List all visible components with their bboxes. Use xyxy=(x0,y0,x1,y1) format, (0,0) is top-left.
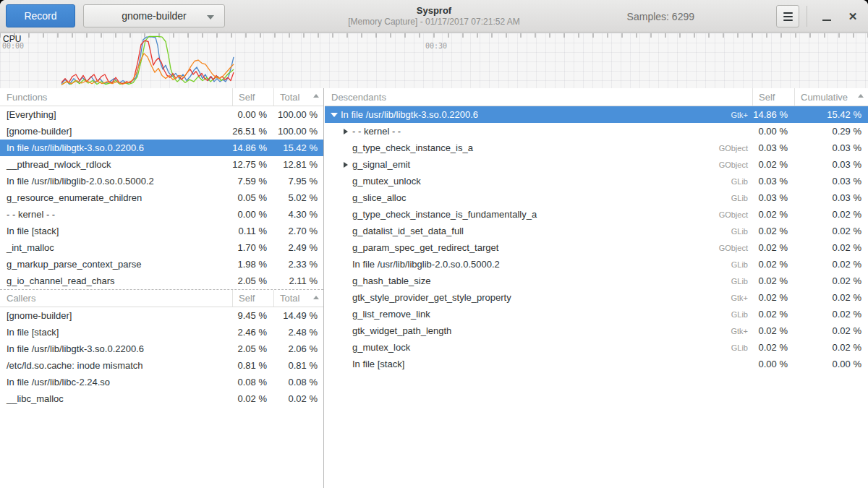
descendant-name: g_signal_emit xyxy=(352,159,410,170)
functions-row[interactable]: g_io_channel_read_chars2.05 %2.11 % xyxy=(0,273,323,289)
descendants-column-header[interactable]: Descendants xyxy=(325,92,752,103)
cpu-red-line xyxy=(61,40,234,84)
library-tag: Gtk+ xyxy=(731,294,752,302)
descendants-row[interactable]: - - kernel - -0.00 %0.29 % xyxy=(325,123,868,140)
callers-row[interactable]: In file /usr/lib/libc-2.24.so0.08 %0.08 … xyxy=(0,374,323,390)
descendants-header-row: Descendants Self Cumulative xyxy=(325,88,868,106)
functions-row[interactable]: - - kernel - -0.00 %4.30 % xyxy=(0,206,323,223)
descendants-row[interactable]: g_slice_allocGLib0.03 %0.03 % xyxy=(325,189,868,206)
descendants-row[interactable]: g_mutex_unlockGLib0.03 %0.03 % xyxy=(325,173,868,189)
self-percent: 0.02 % xyxy=(752,292,794,303)
self-percent: 0.11 % xyxy=(232,226,273,236)
cumulative-percent: 0.03 % xyxy=(794,159,868,170)
descendants-cumulative-column-header[interactable]: Cumulative xyxy=(794,88,868,106)
functions-row[interactable]: In file /usr/lib/libglib-2.0.so.0.5000.2… xyxy=(0,173,323,189)
total-percent: 5.02 % xyxy=(273,192,323,203)
function-name: [gnome-builder] xyxy=(0,310,232,321)
hamburger-menu-button[interactable] xyxy=(776,5,799,27)
record-button[interactable]: Record xyxy=(6,4,75,27)
close-button[interactable]: ✕ xyxy=(842,5,864,27)
expander-closed-icon[interactable] xyxy=(341,129,351,134)
cumulative-percent: 0.02 % xyxy=(794,309,868,320)
cumulative-percent: 0.00 % xyxy=(794,359,868,369)
cumulative-percent: 0.03 % xyxy=(794,176,868,187)
descendants-row[interactable]: g_mutex_lockGLib0.02 %0.02 % xyxy=(325,339,868,356)
self-percent: 0.02 % xyxy=(752,259,794,270)
descendant-name: g_mutex_unlock xyxy=(352,176,421,187)
window-subtitle: [Memory Capture] - 01/17/2017 07:21:52 A… xyxy=(348,17,519,27)
function-name: __libc_malloc xyxy=(0,393,232,404)
sysprof-window: Record gnome-builder Sysprof [Memory Cap… xyxy=(0,0,868,488)
self-percent: 0.02 % xyxy=(752,226,794,236)
functions-total-column-header[interactable]: Total xyxy=(273,88,323,106)
headerbar-separator xyxy=(807,6,807,27)
self-percent: 0.00 % xyxy=(232,109,273,120)
descendants-row[interactable]: In file [stack]0.00 %0.00 % xyxy=(325,356,868,372)
functions-row[interactable]: In file /usr/lib/libgtk-3.so.0.2200.614.… xyxy=(0,140,323,156)
self-percent: 0.03 % xyxy=(752,192,794,203)
cpu-green-line xyxy=(61,36,234,85)
self-percent: 0.02 % xyxy=(232,393,273,404)
self-percent: 7.59 % xyxy=(232,176,273,187)
functions-row[interactable]: g_resource_enumerate_children0.05 %5.02 … xyxy=(0,189,323,206)
library-tag: GObject xyxy=(719,144,752,153)
self-percent: 0.00 % xyxy=(752,126,794,137)
callers-row[interactable]: __libc_malloc0.02 %0.02 % xyxy=(0,390,323,407)
total-percent: 14.49 % xyxy=(273,310,323,321)
descendants-row[interactable]: g_list_remove_linkGLib0.02 %0.02 % xyxy=(325,306,868,322)
self-percent: 0.02 % xyxy=(752,275,794,286)
descendants-row[interactable]: g_datalist_id_set_data_fullGLib0.02 %0.0… xyxy=(325,223,868,239)
function-name: In file /usr/lib/libgtk-3.so.0.2200.6 xyxy=(0,343,232,354)
self-percent: 26.51 % xyxy=(232,126,273,137)
functions-header-row: Functions Self Total xyxy=(0,88,323,106)
callers-row[interactable]: /etc/ld.so.cache: inode mismatch0.81 %0.… xyxy=(0,357,323,374)
descendants-row[interactable]: g_hash_table_sizeGLib0.02 %0.02 % xyxy=(325,273,868,289)
function-name: g_markup_parse_context_parse xyxy=(0,259,232,270)
functions-self-column-header[interactable]: Self xyxy=(232,88,273,106)
descendant-name: gtk_widget_path_length xyxy=(352,325,451,336)
functions-row[interactable]: _int_malloc1.70 %2.49 % xyxy=(0,239,323,256)
functions-row[interactable]: [gnome-builder]26.51 %100.00 % xyxy=(0,123,323,140)
callers-total-column-header[interactable]: Total xyxy=(273,290,323,307)
descendants-row[interactable]: g_param_spec_get_redirect_targetGObject0… xyxy=(325,239,868,256)
total-percent: 2.48 % xyxy=(273,327,323,338)
descendant-name: In file [stack] xyxy=(352,359,404,369)
library-tag: GObject xyxy=(719,160,752,169)
library-tag: GLib xyxy=(731,177,752,186)
descendants-self-column-header[interactable]: Self xyxy=(752,88,794,106)
total-percent: 12.81 % xyxy=(273,159,323,170)
functions-row[interactable]: [Everything]0.00 %100.00 % xyxy=(0,106,323,123)
callers-row[interactable]: [gnome-builder]9.45 %14.49 % xyxy=(0,307,323,324)
functions-row[interactable]: __pthread_rwlock_rdlock12.75 %12.81 % xyxy=(0,156,323,173)
total-percent: 2.70 % xyxy=(273,226,323,236)
callers-row[interactable]: In file /usr/lib/libgtk-3.so.0.2200.62.0… xyxy=(0,341,323,357)
expander-open-icon[interactable] xyxy=(329,113,339,117)
library-tag: GLib xyxy=(731,194,752,202)
functions-column-header[interactable]: Functions xyxy=(0,92,232,103)
callers-self-column-header[interactable]: Self xyxy=(232,290,273,307)
process-selector-dropdown[interactable]: gnome-builder xyxy=(83,4,225,27)
descendant-name: In file /usr/lib/libglib-2.0.so.0.5000.2 xyxy=(352,259,500,270)
descendants-row[interactable]: g_type_check_instance_is_aGObject0.03 %0… xyxy=(325,140,868,156)
descendants-row[interactable]: gtk_widget_path_lengthGtk+0.02 %0.02 % xyxy=(325,322,868,339)
minimize-button[interactable] xyxy=(816,5,838,27)
callers-row[interactable]: In file [stack]2.46 %2.48 % xyxy=(0,324,323,341)
window-title: Sysprof xyxy=(417,5,451,17)
cumulative-percent: 15.42 % xyxy=(794,109,868,120)
total-percent: 2.11 % xyxy=(273,275,323,286)
total-percent: 7.95 % xyxy=(273,176,323,187)
descendants-row[interactable]: In file /usr/lib/libgtk-3.so.0.2200.6Gtk… xyxy=(325,106,868,123)
descendants-row[interactable]: g_type_check_instance_is_fundamentally_a… xyxy=(325,206,868,223)
functions-row[interactable]: In file [stack]0.11 %2.70 % xyxy=(0,223,323,239)
cumulative-percent: 0.02 % xyxy=(794,242,868,253)
callers-column-header[interactable]: Callers xyxy=(0,293,232,304)
total-percent: 0.02 % xyxy=(273,393,323,404)
library-tag: Gtk+ xyxy=(731,111,752,119)
self-percent: 0.08 % xyxy=(232,377,273,388)
descendants-row[interactable]: gtk_style_provider_get_style_propertyGtk… xyxy=(325,289,868,306)
expander-closed-icon[interactable] xyxy=(341,162,351,168)
functions-row[interactable]: g_markup_parse_context_parse1.98 %2.33 % xyxy=(0,256,323,273)
descendants-row[interactable]: In file /usr/lib/libglib-2.0.so.0.5000.2… xyxy=(325,256,868,273)
cpu-graph[interactable]: CPU 00:0000:30 xyxy=(0,33,868,88)
descendants-row[interactable]: g_signal_emitGObject0.02 %0.03 % xyxy=(325,156,868,173)
